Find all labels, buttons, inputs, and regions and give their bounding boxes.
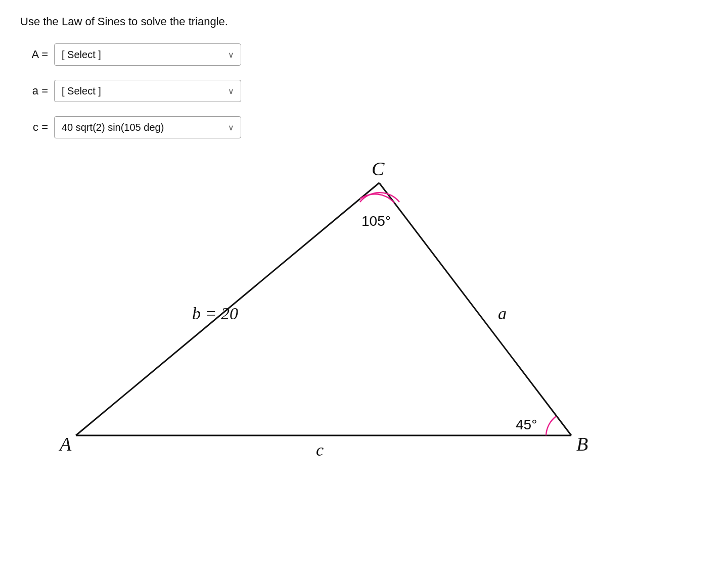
field-row-A: A = [ Select ] 30° 45° 60° 75° 90° 105°	[20, 43, 705, 66]
select-wrapper-A: [ Select ] 30° 45° 60° 75° 90° 105°	[54, 43, 241, 66]
side-label-b: b = 20	[192, 304, 238, 323]
select-a[interactable]: [ Select ] 10 20 30 40 sqrt(2) sin(105 d…	[54, 80, 241, 102]
label-a: a =	[20, 84, 48, 97]
vertex-label-C: C	[372, 158, 385, 179]
angle-label-C: 105°	[361, 213, 391, 229]
field-row-a: a = [ Select ] 10 20 30 40 sqrt(2) sin(1…	[20, 80, 705, 102]
svg-line-2	[379, 183, 571, 435]
angle-label-B: 45°	[516, 417, 537, 432]
label-c: c =	[20, 121, 48, 134]
instruction-text: Use the Law of Sines to solve the triang…	[20, 15, 705, 28]
select-wrapper-c: [ Select ] 10 20 30 40 sqrt(2) sin(105 d…	[54, 116, 241, 138]
select-wrapper-a: [ Select ] 10 20 30 40 sqrt(2) sin(105 d…	[54, 80, 241, 102]
field-row-c: c = [ Select ] 10 20 30 40 sqrt(2) sin(1…	[20, 116, 705, 138]
triangle-diagram: A B C b = 20 a c 105° 45°	[46, 153, 602, 466]
side-label-a: a	[498, 304, 507, 323]
select-A[interactable]: [ Select ] 30° 45° 60° 75° 90° 105°	[54, 43, 241, 66]
select-c[interactable]: [ Select ] 10 20 30 40 sqrt(2) sin(105 d…	[54, 116, 241, 138]
vertex-label-A: A	[58, 433, 72, 455]
label-A: A =	[20, 48, 48, 61]
vertex-label-B: B	[576, 433, 588, 455]
side-label-c: c	[316, 440, 324, 459]
